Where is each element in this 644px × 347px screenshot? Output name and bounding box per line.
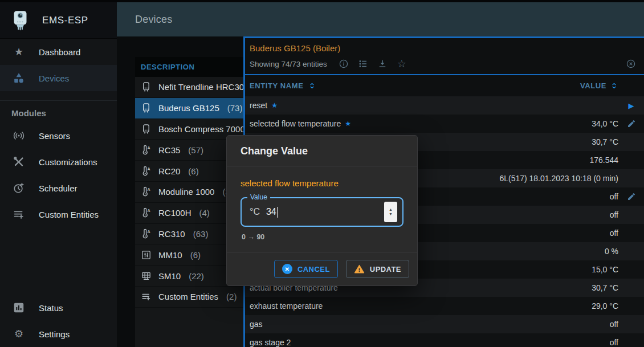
entity-row[interactable]: reset ★ ▶ [245, 96, 644, 115]
topbar: Devices [117, 2, 644, 36]
sidebar-item[interactable]: Sensors [0, 123, 117, 149]
svg-text:A: A [147, 209, 150, 213]
modules-section-header: Modules [0, 101, 117, 123]
text-cursor [277, 207, 278, 218]
entity-row[interactable]: gas ★ off [245, 315, 644, 333]
entity-value: off [610, 210, 618, 219]
entity-row[interactable]: gas stage 2 ★ off [245, 333, 644, 347]
tools-icon [13, 156, 25, 168]
value-input[interactable]: Value °C 34 ▲▼ [241, 197, 403, 227]
star-icon: ★ [13, 46, 25, 58]
sidebar-item[interactable]: ★ Dashboard [0, 39, 117, 65]
device-entity-count: (2) [226, 292, 237, 301]
sidebar-main-nav: ★ Dashboard Devices [0, 39, 117, 91]
entity-toolbar: Showing 74/73 entities ☆ [245, 55, 644, 74]
star-outline-icon[interactable]: ☆ [397, 59, 407, 69]
entity-action [618, 192, 644, 201]
device-label: Buderus GB125 [158, 103, 219, 113]
sidebar-item[interactable]: ⚙ Settings [0, 321, 117, 347]
update-button[interactable]: UPDATE [346, 260, 409, 278]
ems-esp-app: Devices EMS-ESP ★ Dashboard Devices Modu… [0, 0, 644, 347]
list-view-icon[interactable] [358, 59, 368, 69]
app-name: EMS-ESP [42, 15, 88, 26]
entity-value: off [610, 228, 618, 238]
entity-row[interactable]: exhaust temperature ★ 29,0 °C [245, 297, 644, 315]
svg-text:A: A [147, 187, 150, 192]
sidebar-item-label: Customizations [39, 157, 97, 167]
entity-action [618, 283, 644, 292]
thermostat-icon: A [141, 145, 152, 156]
boiler-icon [141, 103, 152, 113]
boiler-icon [141, 124, 152, 134]
device-label: MM10 [158, 250, 182, 260]
sidebar-item[interactable]: Customizations [0, 149, 117, 175]
playlist-add-icon [13, 208, 25, 221]
cancel-button-label: CANCEL [297, 265, 330, 273]
device-list-header: DESCRIPTION [135, 57, 243, 77]
field-name-label: selected flow temperature [241, 178, 403, 188]
entity-value: 0 % [605, 247, 618, 256]
entity-name: selected flow temperature [250, 119, 341, 128]
thermostat-icon: A [141, 186, 152, 197]
warning-triangle-icon [354, 264, 365, 275]
device-row[interactable]: Nefit Trendline HRC30/C [135, 77, 243, 98]
entity-action [618, 320, 644, 329]
thermostat-icon: A [141, 166, 152, 177]
sort-entity-name-icon[interactable] [308, 81, 316, 90]
update-button-label: UPDATE [370, 265, 401, 273]
device-row[interactable]: Custom Entities (2) [135, 287, 243, 308]
entity-name-column-header: ENTITY NAME [250, 81, 303, 90]
entity-row[interactable]: selected flow temperature ★ 34,0 °C [245, 115, 644, 133]
entity-name: gas stage 2 [250, 338, 291, 347]
number-stepper[interactable]: ▲▼ [384, 202, 397, 222]
info-icon[interactable] [339, 59, 349, 69]
device-label: RC35 [158, 145, 180, 155]
sidebar-item-label: Dashboard [39, 47, 80, 57]
device-entity-count: (6) [190, 250, 201, 260]
entity-panel-title: Buderus GB125 (Boiler) [245, 38, 644, 55]
sidebar-item-label: Status [39, 303, 63, 313]
play-icon[interactable]: ▶ [627, 101, 636, 110]
sidebar-item-label: Settings [39, 329, 70, 339]
sidebar-item[interactable]: Status [0, 295, 117, 321]
device-entity-count: (6) [188, 166, 198, 176]
sidebar-item-label: Custom Entities [39, 210, 99, 219]
dialog-title: Change Value [227, 136, 417, 166]
entity-value: 29,0 °C [592, 301, 618, 311]
sidebar-item[interactable]: Custom Entities [0, 201, 117, 227]
sort-value-icon[interactable] [610, 81, 618, 90]
entity-action [618, 247, 644, 256]
mixer-icon [141, 250, 152, 260]
unit-prefix: °C [250, 207, 260, 217]
entity-value: off [610, 320, 618, 329]
shapes-icon [13, 72, 25, 84]
edit-icon[interactable] [627, 192, 636, 201]
close-icon[interactable] [626, 59, 636, 69]
entity-name: gas [250, 320, 263, 329]
device-row[interactable]: Buderus GB125 (73) [135, 98, 243, 119]
value-input-text[interactable]: 34 [266, 207, 276, 217]
entity-action [618, 301, 644, 311]
cancel-button[interactable]: ✕ CANCEL [274, 260, 338, 278]
sidebar-item[interactable]: Devices [0, 65, 117, 91]
entity-value: 30,7 °C [592, 137, 618, 146]
device-label: Moduline 1000 [158, 187, 214, 197]
entity-action [618, 137, 644, 146]
download-icon[interactable] [377, 59, 388, 69]
sidebar-item-label: Devices [39, 74, 69, 83]
sidebar-bottom-nav: Status ⚙ Settings [0, 295, 117, 347]
sidebar-item-label: Sensors [39, 131, 70, 141]
entity-action [618, 210, 644, 219]
svg-text:A: A [147, 145, 150, 150]
device-entity-count: (22) [189, 271, 204, 281]
edit-icon[interactable] [627, 119, 636, 128]
sidebar-item[interactable]: Scheduler [0, 175, 117, 201]
sidebar: EMS-ESP ★ Dashboard Devices Modules Sens… [0, 2, 117, 347]
sidebar-item-label: Scheduler [39, 183, 78, 193]
device-label: Bosch Compress 7000i [158, 124, 243, 134]
device-label: Nefit Trendline HRC30/C [158, 82, 243, 92]
device-label: RC310 [158, 229, 185, 239]
dialog-footer: ✕ CANCEL UPDATE [227, 252, 417, 285]
thermostat-icon: A [141, 207, 152, 218]
bar-chart-icon [13, 301, 25, 314]
